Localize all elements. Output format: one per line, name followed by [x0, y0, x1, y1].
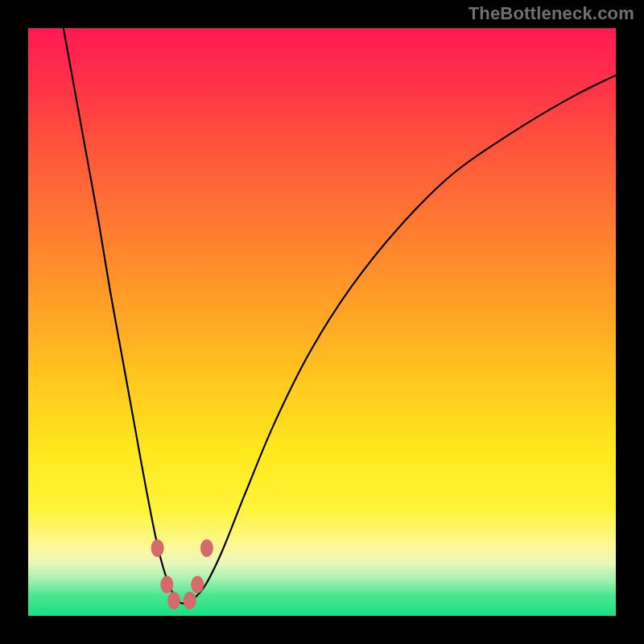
- marker-bottom-right: [184, 592, 196, 609]
- curve-markers: [151, 539, 213, 609]
- marker-left-lower: [160, 576, 173, 593]
- marker-right-upper: [200, 539, 213, 557]
- marker-right-lower: [191, 576, 204, 593]
- chart-layer: [28, 28, 616, 616]
- marker-left-upper: [151, 539, 164, 557]
- bottleneck-curve: [64, 28, 616, 604]
- plot-area: [28, 28, 616, 616]
- watermark-label: TheBottleneck.com: [469, 3, 634, 24]
- marker-bottom-left: [167, 592, 180, 609]
- outer-frame: TheBottleneck.com: [0, 0, 644, 644]
